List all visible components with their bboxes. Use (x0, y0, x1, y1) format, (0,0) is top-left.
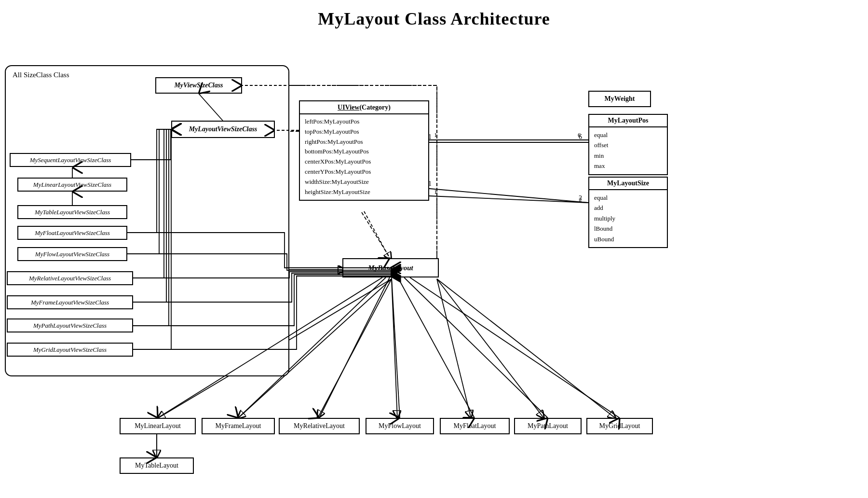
svg-line-5 (362, 212, 392, 261)
svg-text:1: 1 (434, 188, 437, 195)
svg-line-10 (317, 279, 392, 419)
all-sizeclass-label: All SizeClass Class (13, 71, 69, 79)
uiview-field-5: centerXPos:MyLayoutPos (305, 157, 423, 167)
mylayoutsize-field-4: lBound (594, 223, 662, 234)
mylayoutsize-field-3: multiply (594, 213, 662, 223)
myflowlayout-box: MyFlowLayout (366, 418, 434, 434)
svg-line-14 (437, 279, 616, 419)
svg-line-32 (429, 196, 588, 203)
mybaselayout-box: MyBaseLayout (342, 258, 439, 277)
myframelayoutviewsizeclass-label: MyFrameLayoutViewSizeClass (31, 299, 109, 306)
myframelayout-label: MyFrameLayout (216, 422, 261, 430)
mygridlayout-label: MyGridLayout (599, 422, 640, 430)
page-title: MyLayout Class Architecture (0, 0, 868, 29)
mygridlayoutviewsizeclass-box: MyGridLayoutViewSizeClass (7, 343, 133, 357)
uiview-title: UIView (338, 104, 359, 111)
myfloatlayout-box: MyFloatLayout (440, 418, 510, 434)
mylayoutsize-field-5: uBound (594, 234, 662, 244)
myrelativelayoutviewsizeclass-box: MyRelativeLayoutViewSizeClass (7, 271, 133, 285)
svg-line-41 (410, 277, 620, 418)
mylinearlayoutviewsizeclass-label: MyLinearLayoutViewSizeClass (33, 181, 111, 189)
svg-line-38 (392, 277, 400, 418)
mylayoutpos-field-4: max (594, 161, 662, 171)
uiview-field-2: topPos:MyLayoutPos (305, 127, 423, 137)
mylayoutsize-title: MyLayoutSize (607, 180, 649, 187)
svg-line-11 (392, 279, 397, 419)
mylinearlayout-box: MyLinearLayout (120, 418, 196, 434)
myframelayoutviewsizeclass-box: MyFrameLayoutViewSizeClass (7, 295, 133, 309)
uiview-field-3: rightPos:MyLayoutPos (305, 137, 423, 147)
mytablelayoutviewsizeclass-box: MyTableLayoutViewSizeClass (17, 205, 127, 219)
mypathlayoutviewsizeclass-box: MyPathLayoutViewSizeClass (7, 318, 133, 332)
myframelayout-box: MyFrameLayout (202, 418, 275, 434)
mypathlayout-label: MyPathLayout (528, 422, 568, 430)
myfloatlayout-label: MyFloatLayout (454, 422, 496, 430)
svg-line-28 (364, 211, 390, 258)
mytablelayout-box: MyTableLayout (120, 457, 194, 474)
myviewsizeclass-label: MyViewSizeClass (174, 82, 223, 89)
myfloatlayoutviewsizeclass-box: MyFloatLayoutViewSizeClass (17, 226, 127, 240)
svg-text:1: 1 (434, 131, 437, 138)
svg-text:6: 6 (578, 131, 581, 138)
uiview-field-7: widthSize:MyLayoutSize (305, 177, 423, 187)
svg-line-13 (437, 279, 544, 419)
mylayoutpos-field-3: min (594, 151, 662, 161)
mylayoutviewsizeclass-box: MyLayoutViewSizeClass (171, 121, 275, 138)
svg-line-40 (404, 277, 548, 418)
mylayoutviewsizeclass-label: MyLayoutViewSizeClass (189, 125, 258, 133)
uiview-field-4: bottomPos:MyLayoutPos (305, 147, 423, 157)
myviewsizeclass-box: MyViewSizeClass (155, 77, 242, 94)
myrelativelayout-box: MyRelativeLayout (279, 418, 360, 434)
mytablelayoutviewsizeclass-label: MyTableLayoutViewSizeClass (35, 208, 110, 216)
svg-line-12 (437, 279, 471, 419)
mylayoutpos-title: MyLayoutPos (608, 117, 649, 124)
myflowlayoutviewsizeclass-box: MyFlowLayoutViewSizeClass (17, 247, 127, 261)
myflowlayoutviewsizeclass-label: MyFlowLayoutViewSizeClass (35, 250, 109, 258)
mytablelayout-label: MyTableLayout (135, 462, 178, 470)
mylinearlayout-label: MyLinearLayout (135, 422, 181, 430)
uiview-box: UIView(Category) leftPos:MyLayoutPos top… (299, 100, 429, 201)
myrelativelayoutviewsizeclass-label: MyRelativeLayoutViewSizeClass (29, 275, 111, 282)
mylayoutpos-field-1: equal (594, 130, 662, 140)
svg-line-7 (424, 188, 588, 203)
mypathlayout-box: MyPathLayout (514, 418, 582, 434)
mylayoutsize-field-1: equal (594, 193, 662, 203)
svg-text:2: 2 (579, 196, 582, 203)
mylayoutpos-field-2: offset (594, 140, 662, 150)
mylayoutsize-box: MyLayoutSize equal add multiply lBound u… (588, 177, 668, 248)
svg-line-39 (398, 277, 475, 418)
diagram-area: 1 6 1 2 All SizeClass Class MyViewSizeCl… (0, 29, 868, 497)
mygridlayoutviewsizeclass-label: MyGridLayoutViewSizeClass (33, 346, 107, 354)
mysequentlayoutviewsizeclass-box: MySequentLayoutViewSizeClass (10, 153, 131, 167)
myweight-label: MyWeight (605, 95, 635, 103)
uiview-field-8: heightSize:MyLayoutSize (305, 187, 423, 197)
myflowlayout-label: MyFlowLayout (379, 422, 421, 430)
svg-text:6: 6 (579, 133, 582, 140)
myfloatlayoutviewsizeclass-label: MyFloatLayoutViewSizeClass (35, 229, 110, 237)
mygridlayout-box: MyGridLayout (586, 418, 653, 434)
mysequentlayoutviewsizeclass-label: MySequentLayoutViewSizeClass (30, 156, 111, 164)
uiview-field-6: centerYPos:MyLayoutPos (305, 167, 423, 177)
svg-text:2: 2 (579, 194, 582, 202)
mypathlayoutviewsizeclass-label: MyPathLayoutViewSizeClass (33, 322, 107, 330)
mylayoutpos-box: MyLayoutPos equal offset min max (588, 114, 668, 175)
mylayoutsize-field-2: add (594, 203, 662, 213)
mybaselayout-label: MyBaseLayout (368, 264, 413, 272)
mylinearlayoutviewsizeclass-box: MyLinearLayoutViewSizeClass (17, 178, 127, 192)
myrelativelayout-label: MyRelativeLayout (294, 422, 345, 430)
myweight-box: MyWeight (588, 91, 651, 107)
uiview-field-1: leftPos:MyLayoutPos (305, 117, 423, 127)
svg-line-37 (319, 277, 390, 418)
